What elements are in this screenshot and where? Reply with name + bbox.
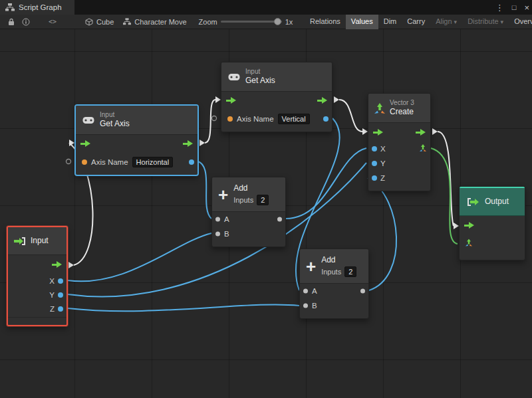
node-category: Input (245, 68, 275, 76)
tab-title: Script Graph (19, 3, 62, 11)
plus-icon: + (306, 258, 316, 275)
gamepad-icon (228, 73, 240, 81)
info-icon[interactable] (19, 15, 33, 29)
input-icon (13, 237, 27, 246)
axis-name-field[interactable]: Vertical (278, 114, 310, 124)
zoom-slider[interactable] (221, 21, 282, 23)
node-get-axis-horizontal[interactable]: Input Get Axis Axis Name Horizontal (75, 105, 198, 175)
add-result-port[interactable] (277, 217, 282, 222)
axis-name-field[interactable]: Horizontal (132, 157, 174, 167)
inputs-count-field[interactable]: 2 (257, 195, 269, 205)
breadcrumb-graph-label: Character Move (134, 18, 186, 26)
x-input-port[interactable] (372, 146, 377, 151)
distribute-dropdown[interactable]: Distribute▾ (462, 15, 509, 29)
flow-in-port[interactable] (373, 129, 383, 136)
breadcrumb-graph[interactable]: Character Move (123, 18, 186, 26)
node-title: Add (321, 255, 356, 265)
z-input-port[interactable] (372, 175, 377, 181)
port-label: Z (380, 174, 385, 182)
plus-icon: + (218, 186, 228, 203)
node-add-2[interactable]: + Add Inputs 2 A B (299, 249, 369, 319)
cube-icon (85, 18, 93, 26)
add-input-b-port[interactable] (215, 232, 220, 237)
inputs-label: Inputs (233, 196, 253, 204)
carry-button[interactable]: Carry (402, 15, 430, 29)
node-graph-output[interactable]: Output (459, 186, 525, 260)
node-category: Input (100, 111, 130, 119)
lock-icon[interactable] (4, 15, 19, 29)
zoom-label: Zoom (199, 18, 217, 26)
node-title: Add (233, 183, 269, 193)
port-label: Z (50, 305, 55, 313)
relations-button[interactable]: Relations (305, 15, 346, 29)
add-input-a-port[interactable] (215, 217, 220, 222)
port-label: A (224, 215, 229, 223)
node-title: Get Axis (245, 76, 275, 86)
tab-bar: Script Graph ⋮ □ × (0, 0, 532, 15)
z-output-port[interactable] (58, 306, 63, 312)
y-output-port[interactable] (58, 292, 63, 298)
port-label: Y (49, 291, 55, 299)
flow-out-port[interactable] (416, 129, 426, 136)
string-port[interactable] (82, 159, 87, 165)
node-vector3-create[interactable]: Vector 3 Create X Y Z (368, 93, 431, 191)
flow-out-port[interactable] (317, 97, 327, 104)
chevron-down-icon: ▾ (454, 19, 458, 25)
port-label: Y (380, 159, 386, 167)
string-port[interactable] (227, 116, 233, 122)
param-label: Axis Name (237, 115, 274, 123)
port-label: B (312, 302, 317, 310)
float-out-port[interactable] (323, 116, 329, 122)
output-icon (466, 197, 479, 207)
param-label: Axis Name (91, 158, 128, 166)
node-title: Output (485, 197, 509, 207)
add-input-a-port[interactable] (303, 289, 308, 294)
kebab-menu-icon[interactable]: ⋮ (495, 3, 504, 13)
add-result-port[interactable] (360, 289, 365, 294)
node-category: Vector 3 (390, 99, 414, 107)
port-label: X (380, 145, 386, 153)
breadcrumb-object[interactable]: Cube (85, 18, 114, 26)
zoom-control: Zoom 1x (199, 18, 293, 26)
vector-result-port[interactable] (419, 144, 427, 153)
code-view-icon[interactable] (45, 15, 60, 29)
node-get-axis-vertical[interactable]: Input Get Axis Axis Name Vertical (221, 62, 332, 132)
align-dropdown[interactable]: Align▾ (430, 15, 462, 29)
graph-asset-icon (123, 18, 131, 25)
graph-toolbar: Cube Character Move Zoom 1x Relations Va… (0, 15, 532, 29)
y-input-port[interactable] (372, 161, 377, 166)
dim-button[interactable]: Dim (378, 15, 402, 29)
script-graph-icon (5, 3, 15, 11)
breadcrumb-object-label: Cube (96, 18, 114, 26)
tab-script-graph[interactable]: Script Graph (0, 0, 74, 15)
unity-script-graph-window: Script Graph ⋮ □ × Cube (0, 0, 532, 398)
flow-out-port[interactable] (183, 140, 193, 147)
x-output-port[interactable] (58, 278, 63, 284)
node-title: Get Axis (100, 119, 130, 129)
flow-in-port[interactable] (80, 140, 90, 147)
port-label: X (49, 277, 55, 285)
values-button[interactable]: Values (346, 15, 378, 29)
vector3-icon (374, 102, 386, 114)
inputs-count-field[interactable]: 2 (344, 266, 356, 277)
overview-button[interactable]: Overview (509, 15, 532, 29)
add-input-b-port[interactable] (303, 304, 308, 308)
node-title: Create (390, 107, 414, 117)
node-title: Input (31, 236, 49, 246)
float-out-port[interactable] (189, 159, 194, 165)
port-label: A (312, 287, 317, 295)
flow-out-port[interactable] (52, 261, 62, 268)
node-graph-input[interactable]: Input X Y Z (7, 226, 68, 326)
vector-input-port[interactable] (465, 239, 473, 249)
node-add-1[interactable]: + Add Inputs 2 A B (211, 177, 286, 247)
flow-in-port[interactable] (464, 222, 474, 229)
toolbar-toggle-group: Relations Values Dim Carry Align▾ Distri… (305, 15, 532, 29)
flow-in-port[interactable] (226, 97, 236, 104)
chevron-down-icon: ▾ (501, 19, 504, 25)
maximize-icon[interactable]: □ (512, 3, 517, 11)
zoom-value: 1x (285, 18, 293, 26)
port-label: B (224, 230, 229, 238)
zoom-slider-knob[interactable] (274, 18, 281, 25)
close-icon[interactable]: × (524, 3, 529, 13)
gamepad-icon (82, 116, 94, 124)
